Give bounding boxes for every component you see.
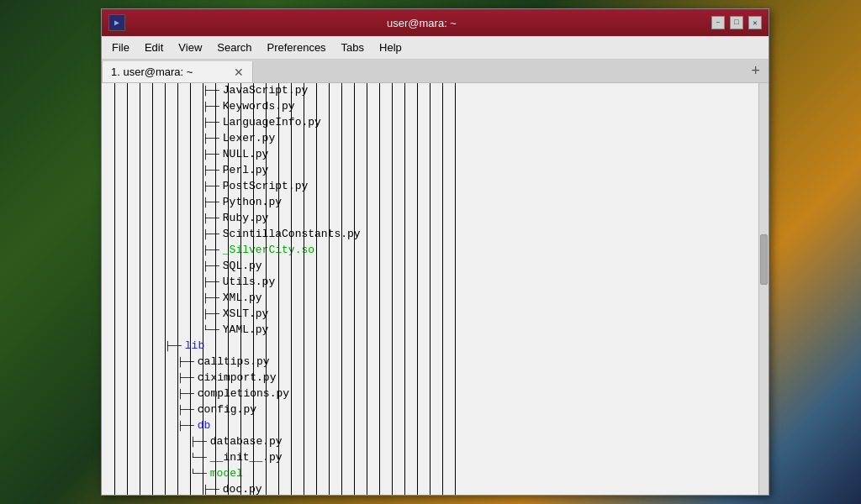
list-item: ├──Python.py <box>102 195 758 211</box>
file-tree: ├──JavaScript.py├──Keywords.py├──Languag… <box>102 83 758 495</box>
file-name: _SilverCity.so <box>223 243 314 259</box>
terminal-window: user@mara: ~ – □ ✕ File Edit View Search… <box>101 8 769 496</box>
tree-connector: └── <box>190 468 207 481</box>
menu-search[interactable]: Search <box>210 39 258 56</box>
tree-connector: ├── <box>203 292 219 306</box>
list-item: └──model <box>102 466 758 482</box>
list-item: ├──Perl.py <box>102 163 758 179</box>
list-item: ├──ciximport.py <box>102 370 758 386</box>
list-item: └──YAML.py <box>102 323 758 339</box>
list-item: ├──ScintillaConstants.py <box>102 227 758 243</box>
file-name: calltips.py <box>198 354 270 370</box>
file-name: Keywords.py <box>223 99 295 115</box>
file-name: model <box>210 466 243 482</box>
file-name: Python.py <box>223 195 282 211</box>
tree-connector: ├── <box>177 372 194 386</box>
file-name: lib <box>185 339 204 354</box>
tree-connector: ├── <box>203 260 219 274</box>
tree-connector: ├── <box>165 340 182 354</box>
scrollbar-thumb[interactable] <box>760 234 768 285</box>
file-name: config.py <box>198 402 256 418</box>
file-name: ScintillaConstants.py <box>223 227 361 243</box>
list-item: ├──config.py <box>102 402 758 418</box>
file-name: Perl.py <box>223 163 269 179</box>
list-item: ├──PostScript.py <box>102 179 758 195</box>
list-item: ├──db <box>102 418 758 434</box>
tree-connector: ├── <box>203 117 219 130</box>
list-item: ├──lib <box>102 339 758 354</box>
tree-connector: ├── <box>177 420 194 433</box>
menu-file[interactable]: File <box>105 39 136 56</box>
file-name: Lexer.py <box>223 131 275 147</box>
maximize-button[interactable]: □ <box>730 16 743 29</box>
file-name: completions.py <box>198 386 289 402</box>
menu-help[interactable]: Help <box>372 39 409 56</box>
title-bar: user@mara: ~ – □ ✕ <box>102 9 769 36</box>
tab-bar: 1. user@mara: ~ ✕ + <box>102 60 769 83</box>
file-name: LanguageInfo.py <box>223 115 321 131</box>
terminal-icon <box>108 14 125 31</box>
tab-close-button[interactable]: ✕ <box>234 66 244 79</box>
tree-connector: ├── <box>203 101 219 114</box>
list-item: └──__init__.py <box>102 450 758 466</box>
menu-view[interactable]: View <box>172 39 209 56</box>
tab-1[interactable]: 1. user@mara: ~ ✕ <box>102 61 253 82</box>
tree-connector: ├── <box>203 308 219 322</box>
file-name: JavaScript.py <box>223 83 308 99</box>
file-name: PostScript.py <box>223 179 308 195</box>
list-item: ├──Keywords.py <box>102 99 758 115</box>
tree-connector: ├── <box>203 165 219 178</box>
list-item: ├──_SilverCity.so <box>102 243 758 259</box>
list-item: ├──Utils.py <box>102 275 758 291</box>
tree-connector: ├── <box>203 244 219 258</box>
tree-connector: ├── <box>203 228 219 242</box>
file-name: SQL.py <box>223 259 262 275</box>
list-item: ├──calltips.py <box>102 354 758 370</box>
menu-bar: File Edit View Search Preferences Tabs H… <box>102 36 769 60</box>
tree-connector: ├── <box>203 484 219 495</box>
file-name: XSLT.py <box>223 307 269 323</box>
tree-connector: ├── <box>203 197 219 210</box>
file-name: XML.py <box>223 291 262 307</box>
file-name: YAML.py <box>223 323 269 339</box>
tree-connector: ├── <box>177 388 194 402</box>
tab-label: 1. user@mara: ~ <box>111 66 193 78</box>
tree-connector: └── <box>190 452 207 465</box>
menu-tabs[interactable]: Tabs <box>335 39 371 56</box>
file-name: ciximport.py <box>198 370 277 386</box>
list-item: ├──JavaScript.py <box>102 83 758 99</box>
tree-connector: ├── <box>203 181 219 194</box>
window-controls: – □ ✕ <box>711 16 762 29</box>
file-name: database.py <box>210 434 283 450</box>
close-button[interactable]: ✕ <box>748 16 762 29</box>
tree-connector: ├── <box>203 85 219 98</box>
tree-connector: ├── <box>203 133 219 146</box>
file-name: db <box>198 418 211 434</box>
list-item: ├──XML.py <box>102 291 758 307</box>
list-item: ├──NULL.py <box>102 147 758 163</box>
file-name: Ruby.py <box>223 211 269 227</box>
file-name: doc.py <box>223 482 262 495</box>
menu-preferences[interactable]: Preferences <box>261 39 333 56</box>
new-tab-button[interactable]: + <box>746 63 765 80</box>
tree-connector: └── <box>203 324 219 338</box>
list-item: ├──LanguageInfo.py <box>102 115 758 131</box>
minimize-button[interactable]: – <box>711 16 725 29</box>
file-name: NULL.py <box>223 147 269 163</box>
menu-edit[interactable]: Edit <box>138 39 170 56</box>
list-item: ├──SQL.py <box>102 259 758 275</box>
terminal-content: ├──JavaScript.py├──Keywords.py├──Languag… <box>102 83 769 495</box>
list-item: ├──database.py <box>102 434 758 450</box>
window-title: user@mara: ~ <box>132 17 711 29</box>
tree-connector: ├── <box>177 404 194 417</box>
file-name: __init__.py <box>210 450 283 466</box>
tree-connector: ├── <box>190 436 207 449</box>
list-item: ├──Ruby.py <box>102 211 758 227</box>
list-item: ├──completions.py <box>102 386 758 402</box>
tree-connector: ├── <box>203 149 219 162</box>
file-name: Utils.py <box>223 275 275 291</box>
scrollbar[interactable] <box>758 83 769 495</box>
tree-connector: ├── <box>203 276 219 290</box>
list-item: ├──Lexer.py <box>102 131 758 147</box>
list-item: ├──doc.py <box>102 482 758 495</box>
